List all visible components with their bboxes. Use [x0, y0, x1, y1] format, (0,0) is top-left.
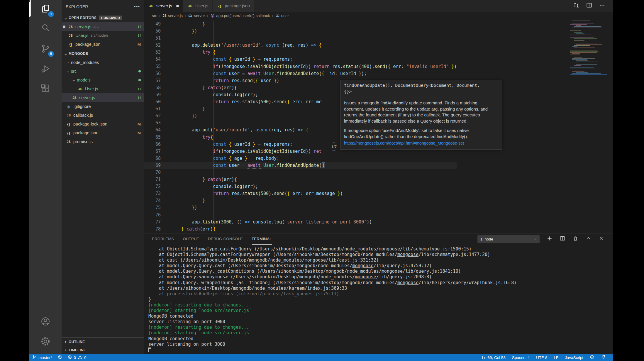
code-line-68[interactable]: 68 const { age } = req.body; [144, 155, 457, 162]
breadcrumb-item[interactable]: JSserver.js [162, 13, 183, 18]
problems-status[interactable]: 0 0 [65, 354, 89, 361]
code-line-75[interactable]: 75 }) [144, 204, 457, 211]
code-token: send [374, 64, 385, 69]
account-button[interactable] [29, 314, 62, 330]
tab-server.js[interactable]: JSserver.js [144, 0, 183, 12]
split-editor-icon[interactable] [586, 2, 592, 10]
open-editor-item-server.js[interactable]: JSserver.jssrcU [62, 22, 144, 31]
mongoose-docs-link[interactable]: https://mongoosejs.com/docs/api.html#mon… [344, 141, 464, 145]
code-line-55[interactable]: 55 if(!mongoose.isValidObjectId(userId))… [144, 63, 457, 70]
chevron-up-icon[interactable]: ︿ [329, 140, 339, 145]
panel-tab-debug-console[interactable]: DEBUG CONSOLE [208, 233, 243, 245]
open-editors-header[interactable]: ⌄ OPEN EDITORS 1 UNSAVED [62, 13, 144, 22]
section-timeline[interactable]: ›TIMELINE [62, 346, 144, 354]
more-actions-icon[interactable] [599, 2, 605, 10]
code-line-52[interactable]: 52 app.delete('/user/:userId', async (re… [144, 42, 457, 49]
code-token: send [274, 191, 284, 196]
encoding-status[interactable]: UTF-8 [533, 354, 550, 361]
chevron-down-icon[interactable]: ﹀ [329, 149, 339, 153]
code-token: . [245, 149, 248, 154]
git-branch-status[interactable]: master* [29, 354, 55, 361]
tree-file-package-lock.json[interactable]: {}package-lock.jsonM [62, 120, 144, 128]
minimap[interactable] [570, 21, 607, 79]
activity-source-control-button[interactable]: 5 [29, 42, 62, 57]
code-line-70[interactable]: 70 [144, 169, 457, 176]
new-terminal-icon[interactable] [547, 235, 553, 243]
workspace-header[interactable]: ⌄ MONGODB [62, 49, 144, 58]
code-line-69[interactable]: 69 const user = await User.findOneAndUpd… [144, 162, 457, 169]
javascript-file-icon: JS [72, 96, 77, 99]
explorer-more-actions-icon[interactable]: ••• [134, 4, 140, 9]
feedback-button[interactable] [587, 354, 598, 361]
code-line-74[interactable]: 74 } [144, 197, 457, 204]
open-editor-item-User.js[interactable]: JSUser.jssrc/modelsU [62, 31, 144, 40]
code-line-73[interactable]: 73 return res.status(500).send({ err: er… [144, 190, 457, 197]
breadcrumb-item[interactable]: src [152, 13, 157, 18]
tree-file-callback.js[interactable]: JScallback.js [62, 111, 144, 120]
code-line-50[interactable]: 50 }) [144, 28, 457, 35]
activity-run-debug-button[interactable] [29, 62, 62, 77]
eol-status[interactable]: LF [550, 354, 562, 361]
code-line-77[interactable]: 77 app.listen(3000, () => console.log('s… [144, 218, 457, 226]
maximize-panel-icon[interactable] [585, 235, 591, 243]
tree-file-server.js[interactable]: JSserver.jsU [62, 93, 144, 102]
code-line-53[interactable]: 53 try { [144, 49, 457, 56]
tree-folder-node_modules[interactable]: ›node_modules [62, 58, 144, 67]
notifications-button[interactable] [598, 354, 609, 361]
breadcrumb-item[interactable]: user [275, 13, 289, 18]
tab-package.json[interactable]: {}package.json [213, 0, 254, 12]
terminal-path-link[interactable]: mongoose [355, 274, 376, 279]
terminal-output[interactable]: at ObjectId.SchemaType.castForQuery (/Us… [148, 246, 609, 353]
split-terminal-icon[interactable] [560, 235, 565, 243]
code-line-56[interactable]: 56 const user = await User.findOneAndDel… [144, 70, 457, 77]
close-panel-icon[interactable] [598, 235, 604, 243]
breadcrumb-item[interactable]: server [188, 13, 205, 18]
tab-User.js[interactable]: JSUser.js [183, 0, 213, 12]
terminal-path-link[interactable]: mongoose [397, 280, 418, 285]
tree-file-.gitignore[interactable]: ◆.gitignore [62, 102, 144, 111]
tree-file-User.js[interactable]: JSUser.jsU [62, 84, 144, 93]
code-token: userId [340, 71, 356, 76]
code-line-72[interactable]: 72 console.log(err); [144, 183, 457, 190]
tab-label: User.js [195, 4, 208, 8]
indentation-status[interactable]: Spaces: 4 [509, 354, 533, 361]
breadcrumb-item[interactable]: app.put('user/:userId') callback [210, 13, 270, 18]
language-mode-status[interactable]: JavaScript [562, 354, 587, 361]
code-token: { [234, 177, 237, 182]
code-token: } [181, 21, 205, 27]
code-line-51[interactable]: 51 [144, 35, 457, 42]
terminal-path-link[interactable]: mongoose [352, 263, 373, 268]
terminal-path-link[interactable]: kareem [289, 286, 305, 291]
open-editor-item-package.json[interactable]: {}package.jsonM [62, 40, 144, 49]
tree-folder-src[interactable]: ⌄src [62, 67, 144, 76]
terminal-path-link[interactable]: mongoose [305, 257, 326, 263]
settings-button[interactable] [29, 334, 62, 350]
section-outline[interactable]: ›OUTLINE [62, 338, 144, 346]
terminal-path-link[interactable]: mongoose [382, 269, 403, 274]
activity-extensions-button[interactable] [29, 82, 62, 97]
panel-tab-terminal[interactable]: TERMINAL [252, 233, 272, 245]
panel-tab-output[interactable]: OUTPUT [183, 233, 199, 245]
line-number: 74 [144, 197, 161, 204]
line-number: 50 [144, 28, 161, 35]
kill-terminal-trash-icon[interactable] [572, 235, 578, 243]
code-line-78[interactable]: 78} catch(err){ [144, 226, 457, 233]
open-changes-icon[interactable] [573, 2, 579, 10]
cursor-position-status[interactable]: Ln 69, Col 58 [479, 354, 509, 361]
code-editor[interactable]: 49 }50 })5152 app.delete('/user/:userId'… [144, 19, 613, 233]
activity-search-button[interactable] [29, 21, 62, 36]
sync-changes-button[interactable] [55, 354, 65, 361]
tree-file-promise.js[interactable]: JSpromise.js [62, 137, 144, 146]
code-line-49[interactable]: 49 } [144, 21, 457, 28]
tree-folder-models[interactable]: ⌄models [62, 76, 144, 84]
activity-explorer-button[interactable]: 1 [29, 2, 62, 17]
code-line-76[interactable]: 76 [144, 211, 457, 218]
terminal-path-link[interactable]: mongoose [379, 246, 400, 252]
tree-file-package.json[interactable]: {}package.jsonM [62, 128, 144, 137]
code-line-54[interactable]: 54 const { userId } = req.params; [144, 56, 457, 63]
terminal-path-link[interactable]: mongoose [397, 252, 418, 257]
terminal-instance-select[interactable]: 1: node ⌄ [477, 235, 540, 243]
code-line-71[interactable]: 71 } catch(err){ [144, 176, 457, 183]
code-token: catch [208, 177, 221, 182]
panel-tab-problems[interactable]: PROBLEMS [152, 233, 174, 245]
